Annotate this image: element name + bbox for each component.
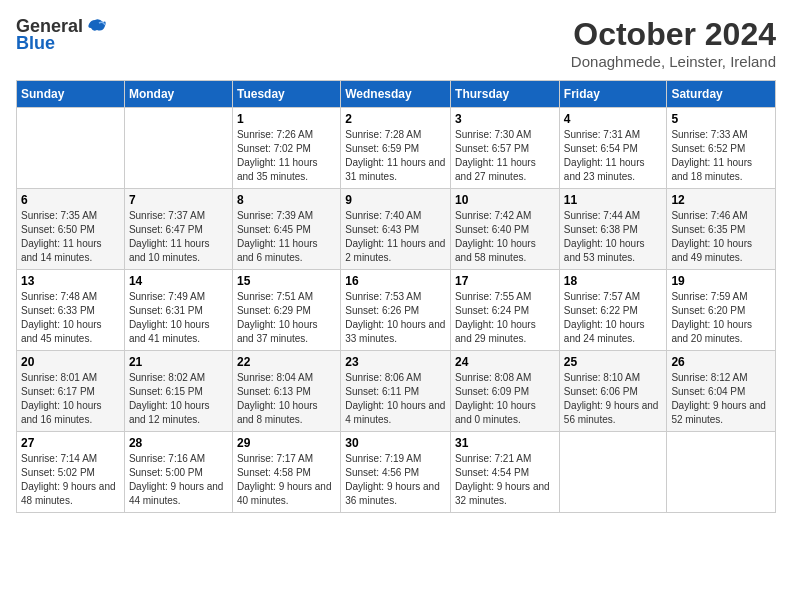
day-info: Sunrise: 7:51 AMSunset: 6:29 PMDaylight:… [237,290,336,346]
location-title: Donaghmede, Leinster, Ireland [571,53,776,70]
day-info: Sunrise: 7:14 AMSunset: 5:02 PMDaylight:… [21,452,120,508]
day-number: 14 [129,274,228,288]
logo-bird-icon [85,18,107,36]
day-info: Sunrise: 8:08 AMSunset: 6:09 PMDaylight:… [455,371,555,427]
day-number: 31 [455,436,555,450]
day-info: Sunrise: 8:04 AMSunset: 6:13 PMDaylight:… [237,371,336,427]
day-number: 26 [671,355,771,369]
calendar-cell: 5Sunrise: 7:33 AMSunset: 6:52 PMDaylight… [667,108,776,189]
calendar-header-row: SundayMondayTuesdayWednesdayThursdayFrid… [17,81,776,108]
day-info: Sunrise: 7:28 AMSunset: 6:59 PMDaylight:… [345,128,446,184]
day-info: Sunrise: 7:33 AMSunset: 6:52 PMDaylight:… [671,128,771,184]
calendar-cell: 29Sunrise: 7:17 AMSunset: 4:58 PMDayligh… [232,432,340,513]
calendar-cell: 15Sunrise: 7:51 AMSunset: 6:29 PMDayligh… [232,270,340,351]
day-info: Sunrise: 8:12 AMSunset: 6:04 PMDaylight:… [671,371,771,427]
day-number: 28 [129,436,228,450]
day-number: 7 [129,193,228,207]
calendar-cell: 6Sunrise: 7:35 AMSunset: 6:50 PMDaylight… [17,189,125,270]
weekday-header-thursday: Thursday [451,81,560,108]
calendar-cell: 4Sunrise: 7:31 AMSunset: 6:54 PMDaylight… [559,108,667,189]
calendar-cell: 24Sunrise: 8:08 AMSunset: 6:09 PMDayligh… [451,351,560,432]
weekday-header-friday: Friday [559,81,667,108]
calendar-cell: 21Sunrise: 8:02 AMSunset: 6:15 PMDayligh… [124,351,232,432]
calendar-cell: 9Sunrise: 7:40 AMSunset: 6:43 PMDaylight… [341,189,451,270]
day-number: 24 [455,355,555,369]
day-info: Sunrise: 7:44 AMSunset: 6:38 PMDaylight:… [564,209,663,265]
day-number: 29 [237,436,336,450]
calendar-cell: 20Sunrise: 8:01 AMSunset: 6:17 PMDayligh… [17,351,125,432]
day-number: 16 [345,274,446,288]
day-info: Sunrise: 7:17 AMSunset: 4:58 PMDaylight:… [237,452,336,508]
day-number: 6 [21,193,120,207]
day-number: 12 [671,193,771,207]
day-number: 20 [21,355,120,369]
title-area: October 2024 Donaghmede, Leinster, Irela… [571,16,776,70]
day-info: Sunrise: 7:40 AMSunset: 6:43 PMDaylight:… [345,209,446,265]
day-number: 13 [21,274,120,288]
calendar-cell: 3Sunrise: 7:30 AMSunset: 6:57 PMDaylight… [451,108,560,189]
day-info: Sunrise: 7:42 AMSunset: 6:40 PMDaylight:… [455,209,555,265]
calendar-week-row: 13Sunrise: 7:48 AMSunset: 6:33 PMDayligh… [17,270,776,351]
day-info: Sunrise: 7:26 AMSunset: 7:02 PMDaylight:… [237,128,336,184]
day-number: 21 [129,355,228,369]
day-info: Sunrise: 8:10 AMSunset: 6:06 PMDaylight:… [564,371,663,427]
weekday-header-tuesday: Tuesday [232,81,340,108]
day-info: Sunrise: 7:16 AMSunset: 5:00 PMDaylight:… [129,452,228,508]
day-number: 10 [455,193,555,207]
calendar-cell [667,432,776,513]
day-info: Sunrise: 8:06 AMSunset: 6:11 PMDaylight:… [345,371,446,427]
calendar-cell: 19Sunrise: 7:59 AMSunset: 6:20 PMDayligh… [667,270,776,351]
day-number: 25 [564,355,663,369]
day-info: Sunrise: 7:48 AMSunset: 6:33 PMDaylight:… [21,290,120,346]
day-number: 2 [345,112,446,126]
calendar-cell [559,432,667,513]
day-info: Sunrise: 7:30 AMSunset: 6:57 PMDaylight:… [455,128,555,184]
calendar-cell: 17Sunrise: 7:55 AMSunset: 6:24 PMDayligh… [451,270,560,351]
weekday-header-wednesday: Wednesday [341,81,451,108]
day-number: 9 [345,193,446,207]
page-header: General Blue October 2024 Donaghmede, Le… [16,16,776,70]
calendar-cell: 23Sunrise: 8:06 AMSunset: 6:11 PMDayligh… [341,351,451,432]
day-info: Sunrise: 7:49 AMSunset: 6:31 PMDaylight:… [129,290,228,346]
calendar-cell: 22Sunrise: 8:04 AMSunset: 6:13 PMDayligh… [232,351,340,432]
calendar-cell: 18Sunrise: 7:57 AMSunset: 6:22 PMDayligh… [559,270,667,351]
day-info: Sunrise: 7:37 AMSunset: 6:47 PMDaylight:… [129,209,228,265]
day-number: 17 [455,274,555,288]
day-number: 8 [237,193,336,207]
calendar-cell: 30Sunrise: 7:19 AMSunset: 4:56 PMDayligh… [341,432,451,513]
day-info: Sunrise: 7:53 AMSunset: 6:26 PMDaylight:… [345,290,446,346]
month-title: October 2024 [571,16,776,53]
calendar-table: SundayMondayTuesdayWednesdayThursdayFrid… [16,80,776,513]
calendar-cell: 25Sunrise: 8:10 AMSunset: 6:06 PMDayligh… [559,351,667,432]
calendar-cell [124,108,232,189]
day-number: 15 [237,274,336,288]
calendar-cell: 27Sunrise: 7:14 AMSunset: 5:02 PMDayligh… [17,432,125,513]
weekday-header-saturday: Saturday [667,81,776,108]
logo-blue-text: Blue [16,33,55,54]
calendar-cell: 28Sunrise: 7:16 AMSunset: 5:00 PMDayligh… [124,432,232,513]
calendar-cell: 31Sunrise: 7:21 AMSunset: 4:54 PMDayligh… [451,432,560,513]
day-number: 22 [237,355,336,369]
calendar-cell: 14Sunrise: 7:49 AMSunset: 6:31 PMDayligh… [124,270,232,351]
calendar-cell: 11Sunrise: 7:44 AMSunset: 6:38 PMDayligh… [559,189,667,270]
day-info: Sunrise: 8:02 AMSunset: 6:15 PMDaylight:… [129,371,228,427]
day-info: Sunrise: 7:59 AMSunset: 6:20 PMDaylight:… [671,290,771,346]
day-info: Sunrise: 7:55 AMSunset: 6:24 PMDaylight:… [455,290,555,346]
day-info: Sunrise: 7:57 AMSunset: 6:22 PMDaylight:… [564,290,663,346]
calendar-cell: 1Sunrise: 7:26 AMSunset: 7:02 PMDaylight… [232,108,340,189]
logo: General Blue [16,16,107,54]
calendar-cell: 26Sunrise: 8:12 AMSunset: 6:04 PMDayligh… [667,351,776,432]
weekday-header-sunday: Sunday [17,81,125,108]
calendar-cell: 16Sunrise: 7:53 AMSunset: 6:26 PMDayligh… [341,270,451,351]
day-number: 11 [564,193,663,207]
day-number: 19 [671,274,771,288]
calendar-cell: 2Sunrise: 7:28 AMSunset: 6:59 PMDaylight… [341,108,451,189]
calendar-cell: 12Sunrise: 7:46 AMSunset: 6:35 PMDayligh… [667,189,776,270]
day-number: 3 [455,112,555,126]
day-number: 27 [21,436,120,450]
calendar-cell: 10Sunrise: 7:42 AMSunset: 6:40 PMDayligh… [451,189,560,270]
calendar-week-row: 6Sunrise: 7:35 AMSunset: 6:50 PMDaylight… [17,189,776,270]
day-info: Sunrise: 7:46 AMSunset: 6:35 PMDaylight:… [671,209,771,265]
calendar-week-row: 1Sunrise: 7:26 AMSunset: 7:02 PMDaylight… [17,108,776,189]
day-info: Sunrise: 7:35 AMSunset: 6:50 PMDaylight:… [21,209,120,265]
